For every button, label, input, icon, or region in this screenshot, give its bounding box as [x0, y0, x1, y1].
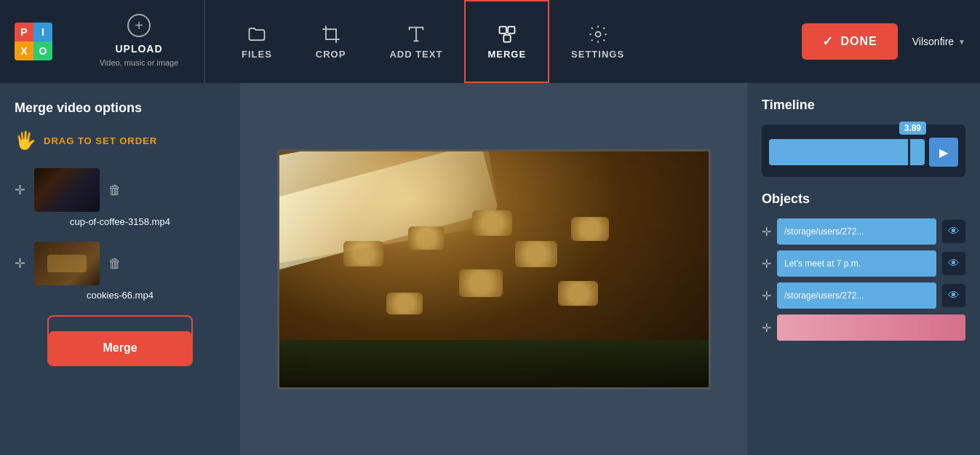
right-panel: Timeline 3.89 ▶ Objects ✛	[747, 83, 980, 455]
objects-title: Objects	[762, 191, 965, 207]
object-drag-2[interactable]: ✛	[762, 289, 771, 303]
object-bar-1[interactable]: Let's meet at 7 p.m.	[777, 250, 936, 277]
user-menu[interactable]: Vilsonfire ▼	[912, 36, 965, 47]
object-bar-3[interactable]	[777, 314, 965, 341]
username: Vilsonfire	[912, 36, 954, 47]
merge-button[interactable]: Merge	[49, 331, 191, 365]
object-row-3: ✛	[762, 314, 965, 341]
eye-button-0[interactable]: 👁	[942, 220, 965, 243]
upload-section[interactable]: + UPLOAD Video, music or image	[74, 0, 205, 83]
header-right: ✓ DONE Vilsonfire ▼	[802, 23, 965, 60]
play-button[interactable]: ▶	[929, 138, 958, 167]
timeline-badge: 3.89	[899, 122, 926, 135]
timeline-track: 3.89 ▶	[762, 124, 965, 177]
object-drag-0[interactable]: ✛	[762, 225, 771, 239]
tray	[279, 340, 709, 387]
eye-icon-2: 👁	[948, 289, 960, 302]
cookie-3	[472, 210, 512, 236]
eye-icon-1: 👁	[948, 257, 960, 270]
eye-button-2[interactable]: 👁	[942, 284, 965, 307]
merge-button-wrapper: Merge	[47, 315, 193, 366]
cookie-1	[343, 241, 383, 266]
crop-icon	[321, 24, 341, 44]
nav-label-merge: MERGE	[487, 49, 526, 60]
video-item-1: ✛ 🗑 cookies-66.mp4	[15, 242, 226, 301]
timeline-cursor	[908, 139, 910, 165]
nav-label-addtext: ADD TEXT	[389, 49, 442, 60]
delete-button-1[interactable]: 🗑	[108, 256, 121, 272]
drag-handle-0[interactable]: ✛	[15, 182, 25, 198]
nav-item-crop[interactable]: CROP	[294, 0, 368, 83]
cookie-6	[459, 269, 503, 297]
video-filename-1: cookies-66.mp4	[15, 290, 226, 301]
nav-label-settings: SETTINGS	[571, 49, 624, 60]
cookie-8	[386, 293, 423, 314]
svg-rect-2	[499, 26, 506, 33]
object-bar-0[interactable]: /storage/users/272...	[777, 218, 936, 245]
done-label: DONE	[841, 35, 877, 48]
cookie-7	[558, 281, 598, 306]
nav-item-settings[interactable]: SETTINGS	[549, 0, 646, 83]
video-thumb-1	[34, 242, 100, 285]
object-drag-1[interactable]: ✛	[762, 257, 771, 271]
logo-cell-x: X	[15, 41, 33, 60]
nav-item-merge[interactable]: MERGE	[464, 0, 549, 83]
objects-section: Objects ✛ /storage/users/272... 👁 ✛ Let'…	[762, 191, 965, 347]
drag-hand-icon: 🖐	[15, 130, 36, 151]
check-icon: ✓	[822, 33, 834, 50]
object-row-1: ✛ Let's meet at 7 p.m. 👁	[762, 250, 965, 277]
eye-icon-0: 👁	[948, 225, 960, 238]
user-caret-icon: ▼	[958, 38, 965, 46]
logo-cell-o: O	[33, 41, 52, 60]
timeline-title: Timeline	[762, 98, 965, 113]
upload-label: UPLOAD	[115, 43, 162, 55]
header: P I X O + UPLOAD Video, music or image F…	[0, 0, 980, 83]
cookie-5	[571, 217, 609, 241]
light-beam	[279, 151, 501, 266]
logo-cell-i: I	[33, 23, 52, 41]
center-panel	[240, 83, 747, 455]
folder-icon	[247, 24, 267, 44]
main-content: Merge video options 🖐 DRAG TO SET ORDER …	[0, 83, 980, 455]
nav-item-files[interactable]: FILES	[220, 0, 294, 83]
thumb-cookies-visual	[34, 242, 100, 285]
settings-icon	[588, 24, 608, 44]
cookie-2	[408, 226, 445, 250]
svg-point-5	[595, 31, 600, 36]
object-drag-3[interactable]: ✛	[762, 321, 771, 335]
video-row-0: ✛ 🗑	[15, 168, 226, 212]
object-row-0: ✛ /storage/users/272... 👁	[762, 218, 965, 245]
left-panel: Merge video options 🖐 DRAG TO SET ORDER …	[0, 83, 240, 455]
logo-box: P I X O	[15, 23, 52, 60]
eye-button-1[interactable]: 👁	[942, 252, 965, 275]
nav-label-files: FILES	[242, 49, 272, 60]
upload-sub: Video, music or image	[100, 58, 179, 68]
upload-icon: +	[127, 14, 151, 37]
object-row-2: ✛ /storage/users/272... 👁	[762, 282, 965, 309]
drag-handle-1[interactable]: ✛	[15, 256, 25, 272]
video-filename-0: cup-of-coffee-3158.mp4	[15, 216, 226, 227]
thumb-coffee-visual	[34, 168, 100, 212]
svg-rect-3	[508, 26, 514, 33]
video-row-1: ✛ 🗑	[15, 242, 226, 285]
timeline-section: Timeline 3.89 ▶	[762, 98, 965, 177]
object-text-0: /storage/users/272...	[784, 226, 864, 237]
cookie-4	[515, 241, 557, 267]
done-button[interactable]: ✓ DONE	[802, 23, 898, 60]
video-preview	[277, 149, 711, 389]
timeline-bar-area: ▶	[769, 138, 958, 167]
svg-rect-4	[503, 35, 510, 41]
text-icon	[406, 24, 426, 44]
object-text-2: /storage/users/272...	[784, 290, 864, 301]
timeline-bar[interactable]	[769, 139, 925, 165]
play-icon: ▶	[939, 146, 948, 159]
delete-button-0[interactable]: 🗑	[108, 183, 121, 198]
object-bar-2[interactable]: /storage/users/272...	[777, 282, 936, 309]
nav-items: FILES CROP ADD TEXT MERGE SETTINGS	[205, 0, 802, 83]
object-text-1: Let's meet at 7 p.m.	[784, 258, 861, 269]
nav-item-addtext[interactable]: ADD TEXT	[367, 0, 464, 83]
logo-cell-p: P	[15, 23, 33, 41]
drag-hint: 🖐 DRAG TO SET ORDER	[15, 130, 226, 151]
panel-title: Merge video options	[15, 100, 226, 116]
cookie-scene	[279, 151, 709, 387]
